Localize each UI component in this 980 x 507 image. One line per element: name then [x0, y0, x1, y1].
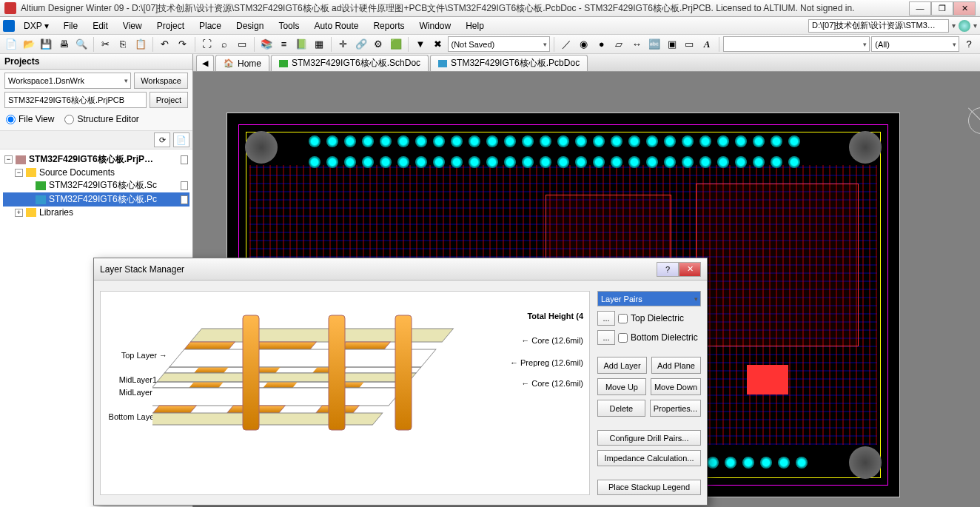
file-view-radio[interactable]: File View: [6, 114, 54, 124]
preview-icon[interactable]: 🔍: [73, 36, 90, 53]
menu-project[interactable]: Project: [150, 19, 192, 33]
tree-schematic-doc[interactable]: STM32F429IGT6核心板.Sc: [3, 178, 189, 192]
top-dielectric-check[interactable]: [618, 314, 628, 323]
filter-scope-combo[interactable]: [723, 36, 870, 52]
board-icon[interactable]: 🟩: [388, 36, 404, 53]
properties-button[interactable]: Properties...: [650, 400, 701, 417]
dim-icon[interactable]: ↔: [628, 36, 645, 53]
save-icon[interactable]: 💾: [38, 36, 55, 53]
svg-rect-3: [340, 342, 390, 349]
maximize-button[interactable]: ❐: [931, 1, 953, 16]
menu-design[interactable]: Design: [229, 19, 271, 33]
tab-home[interactable]: 🏠 Home: [215, 55, 269, 71]
menu-tools[interactable]: Tools: [271, 19, 306, 33]
project-input[interactable]: [4, 92, 147, 108]
print-icon[interactable]: 🖶: [56, 36, 72, 53]
lib-icon[interactable]: 📗: [293, 36, 309, 53]
tree-project-root[interactable]: − STM32F429IGT6核心板.PrjP…: [3, 152, 189, 167]
folder-icon: [26, 168, 36, 177]
tab-pcb[interactable]: STM32F429IGT6核心板.PcbDoc: [430, 55, 588, 71]
redo-icon[interactable]: ↷: [175, 36, 191, 53]
impedance-calculation-button[interactable]: Impedance Calculation...: [597, 450, 701, 466]
open-icon[interactable]: 📂: [21, 36, 37, 53]
stack-style-combo[interactable]: Layer Pairs: [597, 291, 701, 306]
browse-icon[interactable]: 📚: [258, 36, 275, 53]
tab-nav-back[interactable]: ◀: [196, 55, 214, 71]
menu-reports[interactable]: Reports: [366, 19, 412, 33]
expander-icon[interactable]: +: [15, 209, 23, 217]
zoom-select-icon[interactable]: ▭: [234, 36, 250, 53]
workspace-combo[interactable]: Workspace1.DsnWrk: [4, 73, 131, 89]
stack-illustration: Top Layer MidLayer1 MidLayer2 Bottom Lay…: [100, 291, 590, 495]
new-icon[interactable]: 📄: [3, 36, 19, 53]
saved-combo[interactable]: (Not Saved): [448, 36, 551, 52]
menu-view[interactable]: View: [115, 19, 150, 33]
copy-icon[interactable]: ⎘: [115, 36, 132, 53]
layer-stack-manager-dialog: Layer Stack Manager ? ✕ Top Layer MidLay…: [93, 258, 708, 506]
expander-icon[interactable]: −: [4, 155, 13, 164]
bottom-dielectric-props[interactable]: ...: [597, 330, 615, 345]
3d-icon[interactable]: ▦: [311, 36, 327, 53]
expander-icon[interactable]: −: [15, 169, 23, 177]
filter-all-combo[interactable]: (All): [871, 36, 959, 52]
move-up-button[interactable]: Move Up: [597, 378, 646, 395]
configure-drill-pairs-button[interactable]: Configure Drill Pairs...: [597, 430, 701, 446]
delete-button[interactable]: Delete: [597, 400, 645, 417]
zoom-fit-icon[interactable]: ⛶: [199, 36, 215, 53]
menu-dxp[interactable]: DXP ▾: [16, 19, 56, 33]
string-icon[interactable]: 🔤: [646, 36, 662, 53]
pcb-icon: [36, 195, 46, 204]
top-dielectric-props[interactable]: ...: [597, 311, 615, 326]
tree-libraries[interactable]: + Libraries: [3, 207, 189, 218]
via-icon[interactable]: ◉: [576, 36, 592, 53]
filter-icon[interactable]: ▼: [412, 36, 429, 53]
layers-icon[interactable]: ≡: [276, 36, 292, 53]
add-plane-button[interactable]: Add Plane: [651, 357, 701, 374]
nav-dropdown-icon[interactable]: ▾: [973, 21, 977, 30]
menu-edit[interactable]: Edit: [85, 19, 115, 33]
paste-icon[interactable]: 📋: [132, 36, 149, 53]
close-button[interactable]: ✕: [953, 1, 976, 16]
menu-help[interactable]: Help: [458, 19, 491, 33]
room-icon[interactable]: ▭: [682, 36, 698, 53]
add-layer-button[interactable]: Add Layer: [597, 357, 647, 374]
structure-editor-radio[interactable]: Structure Editor: [64, 114, 138, 124]
clear-icon[interactable]: ✖: [430, 36, 446, 53]
doc-icon: [181, 195, 188, 204]
dialog-title-bar[interactable]: Layer Stack Manager ? ✕: [94, 258, 707, 281]
undo-icon[interactable]: ↶: [157, 36, 173, 53]
svg-rect-19: [243, 315, 259, 430]
nav-button[interactable]: [959, 20, 970, 32]
dialog-help-button[interactable]: ?: [657, 262, 679, 277]
tab-schematic[interactable]: STM32F429IGT6核心板.SchDoc: [271, 55, 429, 71]
tree-source-documents[interactable]: − Source Documents: [3, 167, 189, 178]
poly-icon[interactable]: ▱: [611, 36, 627, 53]
menu-window[interactable]: Window: [412, 19, 458, 33]
text-icon[interactable]: A: [699, 36, 715, 53]
path-input[interactable]: [808, 19, 949, 33]
menu-autoroute[interactable]: Auto Route: [306, 19, 366, 33]
refresh-icon[interactable]: ⟳: [154, 132, 170, 147]
help-icon[interactable]: ?: [961, 36, 977, 53]
options-icon[interactable]: 📄: [173, 132, 189, 147]
update-icon[interactable]: 🔗: [353, 36, 369, 53]
path-dropdown-icon[interactable]: ▾: [952, 21, 956, 30]
menu-place[interactable]: Place: [192, 19, 229, 33]
bottom-dielectric-check[interactable]: [618, 333, 628, 343]
place-stackup-legend-button[interactable]: Place Stackup Legend: [597, 480, 701, 495]
menu-file[interactable]: File: [56, 19, 85, 33]
dialog-close-button[interactable]: ✕: [679, 262, 701, 277]
cross-probe-icon[interactable]: ✛: [335, 36, 352, 53]
move-down-button[interactable]: Move Down: [651, 378, 701, 395]
tree-pcb-doc[interactable]: STM32F429IGT6核心板.Pc: [3, 192, 189, 207]
cut-icon[interactable]: ✂: [98, 36, 114, 53]
compile-icon[interactable]: ⚙: [370, 36, 386, 53]
pad-icon[interactable]: ●: [594, 36, 610, 53]
workspace-button[interactable]: Workspace: [134, 73, 188, 89]
minimize-button[interactable]: —: [909, 1, 931, 16]
project-button[interactable]: Project: [150, 92, 188, 108]
zoom-area-icon[interactable]: ⌕: [216, 36, 232, 53]
svg-rect-5: [194, 367, 229, 373]
line-icon[interactable]: ／: [558, 36, 574, 53]
comp-icon[interactable]: ▣: [664, 36, 680, 53]
